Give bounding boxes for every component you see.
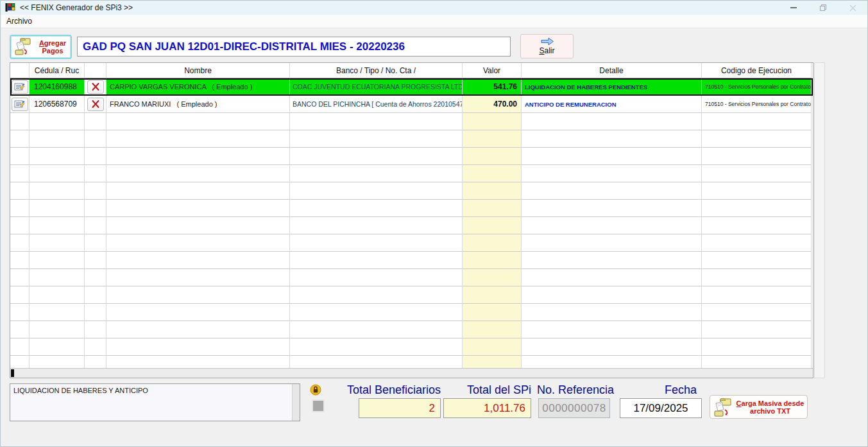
row-delete-cell bbox=[85, 165, 106, 182]
row-edit-cell bbox=[10, 286, 30, 304]
exit-arrow-icon bbox=[540, 37, 555, 46]
table-row[interactable] bbox=[10, 130, 813, 148]
row-delete-cell bbox=[85, 200, 106, 217]
table-row[interactable] bbox=[10, 113, 813, 130]
total-spi-label: Total del SPi bbox=[443, 383, 531, 397]
row-edit-cell bbox=[10, 269, 30, 286]
delete-row-button[interactable] bbox=[87, 80, 104, 94]
banco-cell bbox=[290, 286, 463, 304]
app-icon bbox=[5, 3, 15, 13]
carga-masiva-label: Carga Masiva desde archivo TXT bbox=[736, 399, 804, 415]
banco-cell bbox=[290, 234, 463, 252]
edit-row-button[interactable] bbox=[12, 80, 28, 94]
salir-button[interactable]: Salir bbox=[520, 34, 574, 58]
header-nombre: Nombre bbox=[106, 63, 290, 78]
table-row[interactable] bbox=[10, 200, 813, 217]
codigo-cell bbox=[702, 304, 812, 321]
table-row[interactable] bbox=[10, 165, 813, 182]
nombre-cell bbox=[106, 338, 290, 356]
row-delete-cell bbox=[85, 338, 106, 356]
table-row[interactable]: 1204160988 CARPIO VARGAS VERONICA ( Empl… bbox=[10, 78, 813, 96]
horizontal-scrollbar[interactable] bbox=[10, 368, 813, 378]
add-payments-icon bbox=[13, 37, 33, 57]
codigo-cell: 710510 - Servicios Personales por Contra… bbox=[702, 96, 812, 113]
gray-square-button[interactable] bbox=[312, 399, 325, 412]
nombre-cell bbox=[106, 130, 290, 148]
row-delete-cell bbox=[85, 252, 106, 269]
detalle-cell bbox=[522, 200, 702, 217]
detalle-cell bbox=[522, 356, 702, 368]
horizontal-scrollbar-thumb[interactable] bbox=[11, 369, 14, 377]
nombre-cell bbox=[106, 217, 290, 234]
banco-cell: BANCO DEL PICHINCHA [ Cuenta de Ahorros … bbox=[290, 96, 463, 113]
valor-cell bbox=[463, 113, 522, 130]
valor-cell: 541.76 bbox=[463, 78, 522, 96]
table-row[interactable] bbox=[10, 182, 813, 200]
row-edit-cell bbox=[10, 356, 30, 368]
restore-button[interactable] bbox=[808, 1, 838, 15]
delete-x-icon bbox=[91, 82, 100, 91]
vertical-scrollbar[interactable] bbox=[814, 62, 825, 378]
table-row[interactable] bbox=[10, 356, 813, 368]
header-edit-col bbox=[10, 63, 30, 78]
table-row[interactable] bbox=[10, 217, 813, 234]
banco-cell bbox=[290, 148, 463, 165]
table-row[interactable] bbox=[10, 269, 813, 286]
carga-masiva-button[interactable]: Carga Masiva desde archivo TXT bbox=[710, 395, 808, 419]
table-row[interactable] bbox=[10, 286, 813, 304]
table-row[interactable] bbox=[10, 338, 813, 356]
row-edit-cell bbox=[10, 217, 30, 234]
valor-cell bbox=[463, 165, 522, 182]
codigo-cell bbox=[702, 338, 812, 356]
valor-cell: 470.00 bbox=[463, 96, 522, 113]
spi-title-input[interactable] bbox=[77, 37, 511, 57]
cedula-cell: 1206568709 bbox=[30, 96, 85, 113]
edit-row-button[interactable] bbox=[12, 98, 28, 111]
cedula-cell bbox=[30, 234, 85, 252]
valor-cell bbox=[463, 252, 522, 269]
banco-cell bbox=[290, 269, 463, 286]
minimize-button[interactable] bbox=[779, 1, 808, 15]
menu-archivo[interactable]: Archivo bbox=[1, 15, 38, 27]
banco-cell bbox=[290, 304, 463, 321]
codigo-cell bbox=[702, 356, 812, 368]
codigo-cell bbox=[702, 165, 812, 182]
valor-cell bbox=[463, 269, 522, 286]
menu-bar: Archivo bbox=[1, 15, 867, 28]
row-edit-cell bbox=[10, 182, 30, 200]
row-delete-cell bbox=[85, 78, 106, 96]
table-row[interactable] bbox=[10, 304, 813, 321]
delete-row-button[interactable] bbox=[87, 98, 104, 111]
valor-cell bbox=[463, 148, 522, 165]
detalle-cell bbox=[522, 338, 702, 356]
description-scrollbar[interactable] bbox=[292, 384, 300, 421]
valor-cell bbox=[463, 130, 522, 148]
close-button[interactable] bbox=[838, 1, 867, 15]
nombre-cell bbox=[106, 165, 290, 182]
banco-cell bbox=[290, 217, 463, 234]
banco-cell bbox=[290, 321, 463, 338]
nombre-cell: CARPIO VARGAS VERONICA ( Empleado ) bbox=[106, 78, 290, 96]
banco-cell: COAC JUVENTUD ECUATORIANA PROGRESISTA LT… bbox=[290, 78, 463, 96]
cedula-cell bbox=[30, 200, 85, 217]
codigo-cell bbox=[702, 130, 812, 148]
row-edit-cell bbox=[10, 321, 30, 338]
fecha-field[interactable]: 17/09/2025 bbox=[620, 398, 702, 418]
codigo-cell bbox=[702, 321, 812, 338]
detalle-cell bbox=[522, 113, 702, 130]
agregar-pagos-button[interactable]: Agregar Pagos bbox=[10, 35, 72, 59]
agregar-pagos-label: Agregar Pagos bbox=[35, 39, 71, 55]
table-row[interactable] bbox=[10, 321, 813, 338]
nombre-cell bbox=[106, 113, 290, 130]
description-textarea[interactable]: LIQUIDACION DE HABERES Y ANTICIPO bbox=[10, 383, 300, 421]
header-valor: Valor bbox=[463, 63, 522, 78]
row-delete-cell bbox=[85, 182, 106, 200]
table-row[interactable] bbox=[10, 234, 813, 252]
codigo-cell: 710510 - Servicios Personales por Contra… bbox=[702, 78, 812, 96]
nombre-cell bbox=[106, 286, 290, 304]
table-row[interactable] bbox=[10, 252, 813, 269]
table-row[interactable]: 1206568709 FRANCO MARIUXI ( Empleado ) B… bbox=[10, 96, 813, 113]
nombre-cell bbox=[106, 234, 290, 252]
table-row[interactable] bbox=[10, 148, 813, 165]
valor-cell bbox=[463, 234, 522, 252]
